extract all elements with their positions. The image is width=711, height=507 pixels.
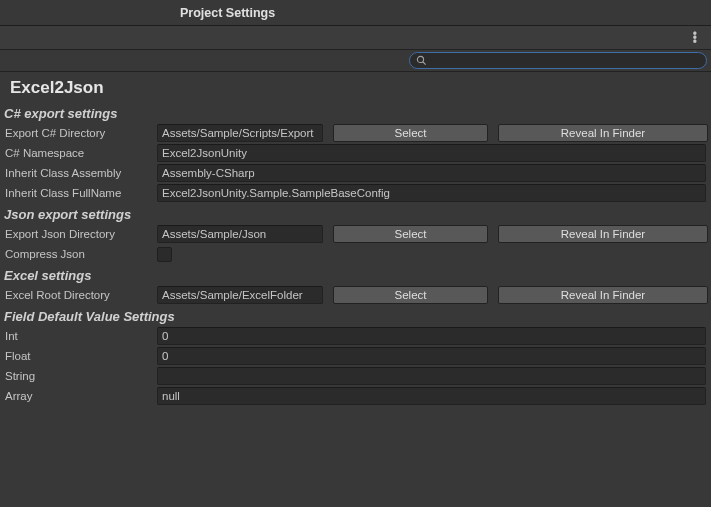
label-csharp-namespace: C# Namespace [4,147,154,159]
row-default-string: String [0,366,711,386]
toolbar: ••• [0,26,711,50]
label-default-string: String [4,370,154,382]
input-excel-root-dir[interactable] [157,286,323,304]
input-default-array[interactable] [157,387,706,405]
search-icon [416,55,427,66]
input-export-json-dir[interactable] [157,225,323,243]
reveal-in-finder-button[interactable]: Reveal In Finder [498,124,708,142]
row-csharp-namespace: C# Namespace [0,143,711,163]
label-default-array: Array [4,390,154,402]
reveal-in-finder-button[interactable]: Reveal In Finder [498,225,708,243]
window-titlebar: Project Settings [0,0,711,26]
label-default-int: Int [4,330,154,342]
row-inherit-assembly: Inherit Class Assembly [0,163,711,183]
search-box[interactable] [409,52,707,69]
label-export-csharp-dir: Export C# Directory [4,127,154,139]
select-button[interactable]: Select [333,225,488,243]
row-excel-root-dir: Excel Root Directory Select Reveal In Fi… [0,285,711,305]
context-menu-icon[interactable]: ••• [689,32,701,44]
row-compress-json: Compress Json [0,244,711,264]
row-export-csharp-dir: Export C# Directory Select Reveal In Fin… [0,123,711,143]
label-inherit-fullname: Inherit Class FullName [4,187,154,199]
select-button[interactable]: Select [333,286,488,304]
label-default-float: Float [4,350,154,362]
select-button[interactable]: Select [333,124,488,142]
page-title: Excel2Json [0,72,711,102]
row-default-array: Array [0,386,711,406]
section-header-defaults: Field Default Value Settings [0,305,711,326]
input-csharp-namespace[interactable] [157,144,706,162]
input-export-csharp-dir[interactable] [157,124,323,142]
label-excel-root-dir: Excel Root Directory [4,289,154,301]
input-inherit-fullname[interactable] [157,184,706,202]
row-default-int: Int [0,326,711,346]
input-default-string[interactable] [157,367,706,385]
input-default-float[interactable] [157,347,706,365]
window-title: Project Settings [180,6,275,20]
search-input[interactable] [431,55,700,67]
svg-line-1 [423,62,426,65]
label-inherit-assembly: Inherit Class Assembly [4,167,154,179]
checkbox-compress-json[interactable] [157,247,172,262]
input-inherit-assembly[interactable] [157,164,706,182]
row-export-json-dir: Export Json Directory Select Reveal In F… [0,224,711,244]
row-default-float: Float [0,346,711,366]
settings-body: Excel2Json C# export settings Export C# … [0,72,711,507]
section-header-excel: Excel settings [0,264,711,285]
section-header-json: Json export settings [0,203,711,224]
search-row [0,50,711,72]
reveal-in-finder-button[interactable]: Reveal In Finder [498,286,708,304]
label-export-json-dir: Export Json Directory [4,228,154,240]
input-default-int[interactable] [157,327,706,345]
section-header-csharp: C# export settings [0,102,711,123]
row-inherit-fullname: Inherit Class FullName [0,183,711,203]
svg-point-0 [417,56,423,62]
label-compress-json: Compress Json [4,248,154,260]
